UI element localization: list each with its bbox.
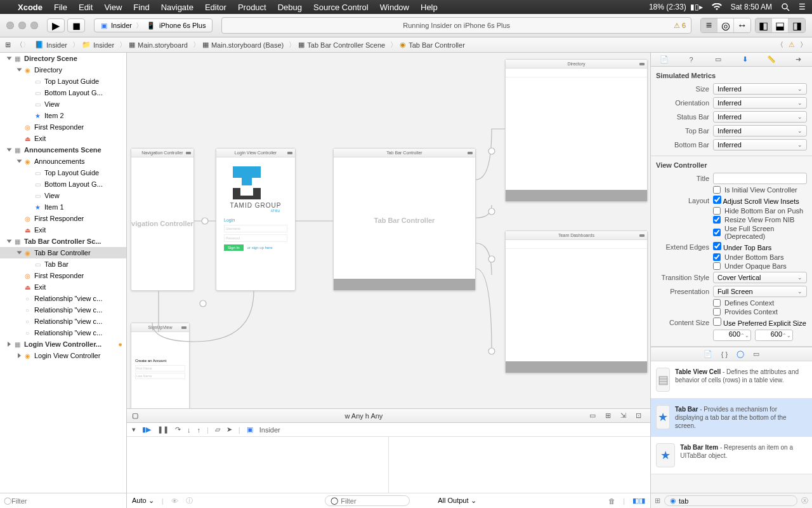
outline-node[interactable]: ◉Announcements [0,156,126,167]
library-item[interactable]: ★Tab Bar - Provides a mechanism for disp… [651,399,812,437]
vc-signup[interactable]: SignUpView Create an Account First Name … [131,323,190,408]
attributes-inspector-icon[interactable]: ⬇ [739,55,750,64]
scheme-selector[interactable]: ▣ Insider 〉 📱 iPhone 6s Plus [94,18,213,32]
toggle-navigator-icon[interactable]: ◧ [756,18,772,32]
variables-filter[interactable]: ◯ [325,495,410,506]
view-debug-icon[interactable]: ▱ [215,425,220,434]
file-template-icon[interactable]: 📄 [704,350,712,358]
outline-node[interactable]: ⏏Exit [0,281,126,293]
menu-file[interactable]: File [54,3,67,12]
outline-node[interactable]: ▭View [0,190,126,201]
step-over-icon[interactable]: ↷ [175,425,181,434]
menu-editor[interactable]: Editor [205,3,226,12]
outline-node[interactable]: ▦Directory Scene [0,53,126,64]
outline-node[interactable]: ★Item 2 [0,110,126,121]
console-panes-toggle[interactable]: ◧◨ [632,497,645,505]
menu-navigate[interactable]: Navigate [161,3,193,12]
outline-node[interactable]: ▦Announcements Scene [0,144,126,156]
chk-under-top[interactable] [713,242,721,250]
outline-filter[interactable]: ◯ [0,493,126,508]
menu-find[interactable]: Find [133,3,149,12]
vc-navigation-controller[interactable]: Navigation Controller vigation Controlle… [131,148,194,291]
chk-defines-context[interactable] [713,299,721,307]
outline-node[interactable]: ◉Directory [0,64,126,76]
chk-under-opaque[interactable] [713,262,721,270]
chk-provides-context[interactable] [713,308,721,316]
crumb-storyboard[interactable]: ▦ Main.storyboard [129,41,188,49]
outline-node[interactable]: ◎First Responder [0,213,126,224]
toggle-inspector-icon[interactable]: ◨ [789,18,805,32]
quickhelp-inspector-icon[interactable]: ? [685,56,697,64]
outline-node[interactable]: ▭Bottom Layout G... [0,178,126,190]
outline-node[interactable]: ⏏Exit [0,224,126,236]
size-select[interactable]: Inferred [713,83,807,95]
related-items-icon[interactable]: ⊞ [5,41,11,49]
outline-node[interactable]: ▭Top Layout Guide [0,76,126,87]
menu-window[interactable]: Window [380,3,409,12]
step-in-icon[interactable]: ↓ [187,426,191,434]
transition-select[interactable]: Cover Vertical [713,272,807,283]
crumb-folder[interactable]: 📁 Insider [82,41,114,49]
output-selector[interactable]: All Output ⌄ [438,497,476,505]
media-library-icon[interactable]: ▭ [753,350,759,358]
identity-inspector-icon[interactable]: ▭ [712,55,724,64]
wifi-icon[interactable] [712,3,722,11]
chk-resize-nib[interactable] [713,216,721,224]
outline-node[interactable]: ○Relationship "view c... [0,327,126,338]
spotlight-icon[interactable] [781,3,790,11]
statusbar-select[interactable]: Inferred [713,111,807,123]
crumb-base[interactable]: ▦ Main.storyboard (Base) [202,41,284,49]
outline-node[interactable]: ▦Login View Controller...● [0,338,126,350]
chk-use-fullscreen[interactable] [713,229,721,236]
step-out-icon[interactable]: ↑ [197,426,201,434]
menu-debug[interactable]: Debug [278,3,302,12]
connections-inspector-icon[interactable]: ➜ [793,55,804,64]
vc-team-dashboards[interactable]: Team Dashboards [505,231,648,373]
chk-hide-bottom[interactable] [713,207,721,215]
location-icon[interactable]: ➤ [226,425,232,434]
bottombar-select[interactable]: Inferred [713,139,807,150]
crumb-scene[interactable]: ▦ Tab Bar Controller Scene [298,41,385,49]
menu-sourcecontrol[interactable]: Source Control [313,3,369,12]
stop-button[interactable]: ◼ [67,18,85,32]
title-input[interactable] [713,173,807,184]
menu-edit[interactable]: Edit [79,3,93,12]
chk-under-bottom[interactable] [713,253,721,261]
outline-node[interactable]: ▭Top Layout Guide [0,167,126,178]
outline-node[interactable]: ★Item 1 [0,201,126,213]
content-height[interactable]: 600 [755,330,793,341]
chk-explicit-size[interactable] [713,318,721,326]
quicklook-icon[interactable]: 👁 [171,497,178,505]
run-button[interactable]: ▶ [47,18,65,32]
console-output[interactable] [389,437,650,493]
outline-node[interactable]: ▭Bottom Layout G... [0,87,126,98]
panel-toggle[interactable]: ◧ ⬓ ◨ [755,18,806,33]
outline-node[interactable]: ○Relationship "view c... [0,304,126,316]
menu-product[interactable]: Product [238,3,266,12]
topbar-select[interactable]: Inferred [713,125,807,137]
menu-view[interactable]: View [104,3,122,12]
variables-view[interactable] [127,437,389,493]
file-inspector-icon[interactable]: 📄 [658,55,670,64]
outline-node[interactable]: ▦Tab Bar Controller Sc... [0,236,126,247]
outline-node[interactable]: ▭View [0,98,126,110]
menu-help[interactable]: Help [421,3,438,12]
next-issue-icon[interactable]: 〉 [800,40,807,50]
jump-bar[interactable]: ⊞ 〈 〉 📘 Insider〉 📁 Insider〉 ▦ Main.story… [0,37,812,53]
back-button[interactable]: 〈 [16,40,23,50]
outline-node[interactable]: ◉Login View Controller [0,350,126,361]
outline-tree[interactable]: ▦Directory Scene◉Directory▭Top Layout Gu… [0,53,126,493]
crumb-project[interactable]: 📘 Insider [35,41,67,49]
content-width[interactable]: 600 [713,330,751,341]
chk-adjust-scroll[interactable] [713,196,721,204]
outline-node[interactable]: ◉Tab Bar Controller [0,247,126,258]
inspector-tabs[interactable]: 📄 ? ▭ ⬇ 📏 ➜ [651,53,812,67]
vc-tab-bar-controller[interactable]: Tab Bar Controller Tab Bar Controller [333,148,476,291]
warnings-indicator[interactable]: ⚠ 6 [674,22,686,30]
presentation-select[interactable]: Full Screen [713,286,807,297]
hide-debug-icon[interactable]: ▾ [132,425,136,434]
outline-node[interactable]: ○Relationship "view c... [0,293,126,304]
continue-icon[interactable]: ▮▶ [142,425,151,434]
notification-center-icon[interactable]: ☰ [799,3,806,11]
debug-target[interactable]: Insider [259,426,280,434]
